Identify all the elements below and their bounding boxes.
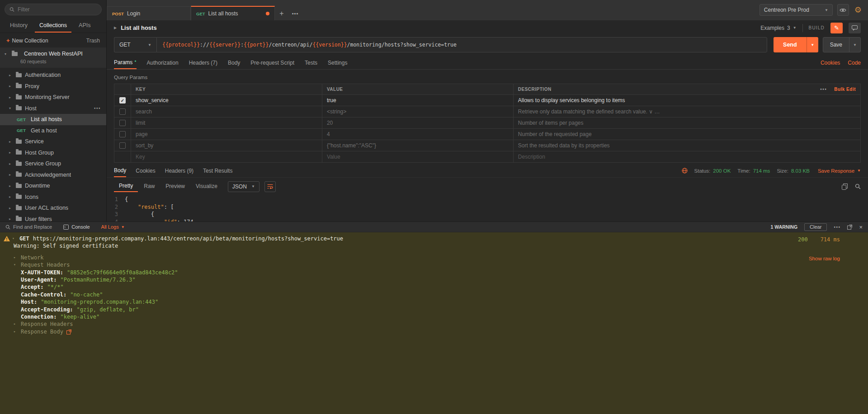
- sidebar-folder-host[interactable]: ▾Host•••: [0, 103, 106, 114]
- url-input[interactable]: {{protocol}}://{{server}}:{{port}}/centr…: [156, 37, 767, 52]
- param-description[interactable]: Retrieve only data matching the defined …: [513, 106, 860, 117]
- param-description[interactable]: Allows to display services belonging to …: [513, 95, 860, 106]
- sidebar-folder-monitoring-server[interactable]: ▸Monitoring Server: [0, 92, 106, 103]
- chevron-right-icon[interactable]: ▶: [114, 26, 117, 30]
- find-and-replace-button[interactable]: Find and Replace: [5, 224, 52, 230]
- param-key[interactable]: sort_by: [131, 140, 322, 151]
- param-value-placeholder[interactable]: Value: [322, 151, 513, 162]
- view-visualize[interactable]: Visualize: [191, 181, 222, 192]
- method-selector[interactable]: GET ▼: [114, 37, 156, 52]
- new-collection-button[interactable]: +New Collection: [6, 37, 48, 44]
- log-group-response-headers[interactable]: ▸Response Headers: [0, 320, 868, 328]
- param-checkbox-checked[interactable]: ✓: [119, 97, 126, 104]
- chevron-down-icon[interactable]: ▾: [12, 235, 17, 242]
- show-raw-log-link[interactable]: Show raw log: [809, 255, 840, 262]
- save-button[interactable]: Save ▼: [823, 37, 861, 52]
- send-button[interactable]: Send ▼: [774, 37, 818, 52]
- console-tab[interactable]: Console: [63, 224, 90, 230]
- save-response-button[interactable]: Save Response ▼: [818, 168, 861, 174]
- examples-dropdown[interactable]: Examples 3 ▼: [760, 25, 796, 31]
- external-link-icon[interactable]: [66, 329, 71, 334]
- view-raw[interactable]: Raw: [139, 181, 160, 192]
- tab-collections[interactable]: Collections: [35, 18, 71, 33]
- tab-response-body[interactable]: Body: [114, 164, 126, 177]
- tab-params[interactable]: Params●: [114, 56, 137, 69]
- sidebar-folder-user-filters[interactable]: ▸User filters: [0, 214, 106, 222]
- sidebar-folder-downtime[interactable]: ▸Downtime: [0, 180, 106, 192]
- tab-test-results[interactable]: Test Results: [203, 164, 232, 177]
- log-group-response-body[interactable]: ▸Response Body: [0, 328, 868, 335]
- tab-login[interactable]: POST Login: [107, 6, 191, 20]
- code-link[interactable]: Code: [848, 60, 861, 66]
- sidebar-folder-icons[interactable]: ▸Icons: [0, 192, 106, 203]
- comments-button[interactable]: [849, 23, 861, 33]
- sidebar-folder-acknowledgement[interactable]: ▸Acknowledgement: [0, 169, 106, 181]
- tab-options-button[interactable]: •••: [288, 6, 302, 20]
- close-console-button[interactable]: ×: [859, 224, 863, 231]
- console-log-request-line[interactable]: ▾ GET https://monitoring-preprod.company…: [0, 235, 868, 242]
- param-checkbox[interactable]: [119, 120, 126, 126]
- wrap-text-button[interactable]: [264, 181, 276, 192]
- collection-root[interactable]: ▾ Centreon Web RestAPI 60 requests: [0, 47, 106, 68]
- log-group-network[interactable]: ▸Network: [0, 254, 868, 261]
- param-description[interactable]: Number of items per pages: [513, 118, 860, 128]
- params-menu-button[interactable]: •••: [820, 87, 827, 92]
- tab-body[interactable]: Body: [228, 56, 240, 69]
- sidebar-folder-proxy[interactable]: ▸Proxy: [0, 81, 106, 92]
- console-log-area[interactable]: ▾ GET https://monitoring-preprod.company…: [0, 232, 868, 414]
- param-key[interactable]: page: [131, 129, 322, 140]
- sidebar-folder-service-group[interactable]: ▸Service Group: [0, 158, 106, 169]
- open-in-new-window-button[interactable]: [847, 225, 852, 230]
- new-tab-button[interactable]: +: [275, 6, 288, 20]
- search-icon[interactable]: [855, 183, 861, 189]
- tab-authorization[interactable]: Authorization: [147, 56, 179, 69]
- param-value[interactable]: <string>: [322, 106, 513, 117]
- tab-history[interactable]: History: [5, 18, 32, 33]
- tab-list-all-hosts[interactable]: GET List all hosts: [191, 6, 275, 20]
- sidebar-request-list-all-hosts[interactable]: GETList all hosts: [0, 114, 106, 125]
- environment-selector[interactable]: Centreon Pre Prod ▼: [760, 4, 833, 16]
- settings-gear-icon[interactable]: ⚙: [854, 6, 862, 14]
- param-value[interactable]: 4: [322, 129, 513, 140]
- param-key[interactable]: show_service: [131, 95, 322, 106]
- view-preview[interactable]: Preview: [160, 181, 190, 192]
- log-group-request-headers[interactable]: ▾Request Headers: [0, 261, 868, 268]
- format-selector[interactable]: JSON ▼: [228, 181, 259, 192]
- clear-console-button[interactable]: Clear: [804, 223, 827, 231]
- bulk-edit-link[interactable]: Bulk Edit: [834, 87, 856, 92]
- tab-apis[interactable]: APIs: [74, 18, 95, 33]
- param-key[interactable]: limit: [131, 118, 322, 128]
- send-options-button[interactable]: ▼: [807, 37, 818, 52]
- param-description-placeholder[interactable]: Description: [513, 151, 860, 162]
- tab-response-cookies[interactable]: Cookies: [136, 164, 155, 177]
- console-menu-button[interactable]: •••: [834, 225, 840, 230]
- tab-tests[interactable]: Tests: [305, 56, 317, 69]
- param-key[interactable]: search: [131, 106, 322, 117]
- param-description[interactable]: Sort the resulted data by its properties: [513, 140, 860, 151]
- environment-quick-look-button[interactable]: [837, 4, 849, 16]
- cookies-link[interactable]: Cookies: [821, 60, 840, 66]
- sidebar-folder-service[interactable]: ▸Service: [0, 136, 106, 147]
- response-body-viewer[interactable]: 1{ 2 "result": [ 3 { 4 "id": 174,: [107, 193, 868, 221]
- view-pretty[interactable]: Pretty: [114, 181, 138, 192]
- tab-response-headers[interactable]: Headers (9): [165, 164, 193, 177]
- filter-input-box[interactable]: [5, 4, 102, 15]
- param-key-placeholder[interactable]: Key: [131, 151, 322, 162]
- sidebar-request-get-a-host[interactable]: GETGet a host: [0, 125, 106, 136]
- param-value[interactable]: true: [322, 95, 513, 106]
- tab-headers[interactable]: Headers (7): [189, 56, 217, 69]
- param-checkbox[interactable]: [119, 108, 126, 115]
- item-menu-button[interactable]: •••: [94, 106, 101, 111]
- copy-icon[interactable]: [842, 183, 848, 190]
- save-options-button[interactable]: ▼: [849, 38, 860, 52]
- param-checkbox[interactable]: [119, 131, 126, 137]
- log-filter-dropdown[interactable]: All Logs ▼: [101, 224, 125, 230]
- param-checkbox[interactable]: [119, 142, 126, 149]
- trash-button[interactable]: Trash: [86, 38, 100, 44]
- sidebar-folder-user-acl-actions[interactable]: ▸User ACL actions: [0, 202, 106, 214]
- param-value[interactable]: {"host.name":"ASC"}: [322, 140, 513, 151]
- sidebar-folder-host-group[interactable]: ▸Host Group: [0, 147, 106, 159]
- edit-description-button[interactable]: ✎: [830, 23, 843, 33]
- param-value[interactable]: 20: [322, 118, 513, 128]
- sidebar-folder-authentication[interactable]: ▸Authentication: [0, 70, 106, 81]
